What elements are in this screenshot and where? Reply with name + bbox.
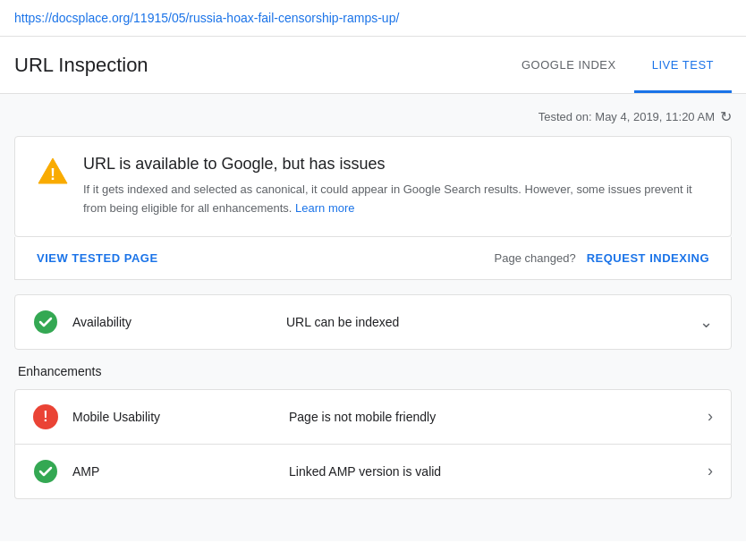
svg-point-1 [34,310,57,334]
view-tested-page-button[interactable]: VIEW TESTED PAGE [37,251,158,265]
status-title: URL is available to Google, but has issu… [83,155,709,174]
check-icon-amp [33,459,58,484]
enhancements-title: Enhancements [14,364,732,378]
content-area: Tested on: May 4, 2019, 11:20 AM ↻ ! URL… [0,94,746,541]
refresh-icon[interactable]: ↻ [720,108,732,125]
request-indexing-button[interactable]: REQUEST INDEXING [587,251,709,265]
amp-value: Linked AMP version is valid [289,464,693,479]
url-bar: https://docsplace.org/11915/05/russia-ho… [0,0,746,37]
tested-on-label: Tested on: May 4, 2019, 11:20 AM [538,110,715,123]
svg-text:!: ! [50,165,55,183]
header: URL Inspection GOOGLE INDEX LIVE TEST [0,37,746,94]
arrow-right-icon: › [708,407,713,426]
chevron-down-icon: ⌄ [699,312,713,332]
availability-label: Availability [72,315,272,329]
svg-point-2 [34,460,57,483]
tab-live-test[interactable]: LIVE TEST [634,37,732,93]
mobile-usability-label: Mobile Usability [72,410,275,424]
tested-on-bar: Tested on: May 4, 2019, 11:20 AM ↻ [14,108,732,125]
mobile-usability-value: Page is not mobile friendly [289,410,693,424]
status-description: If it gets indexed and selected as canon… [83,181,709,218]
actions-bar: VIEW TESTED PAGE Page changed? REQUEST I… [14,237,732,280]
status-header: ! URL is available to Google, but has is… [37,155,709,218]
warning-icon: ! [37,155,69,187]
error-icon: ! [33,404,58,429]
tabs: GOOGLE INDEX LIVE TEST [504,37,732,93]
status-card: ! URL is available to Google, but has is… [14,136,732,237]
check-icon [33,310,58,335]
status-content: URL is available to Google, but has issu… [83,155,709,218]
availability-row[interactable]: Availability URL can be indexed ⌄ [14,294,732,350]
mobile-usability-row[interactable]: ! Mobile Usability Page is not mobile fr… [14,389,732,445]
page-changed-label: Page changed? [495,251,576,265]
page-title: URL Inspection [14,54,148,77]
arrow-right-icon-amp: › [708,462,713,480]
url-text: https://docsplace.org/11915/05/russia-ho… [14,11,399,25]
tab-google-index[interactable]: GOOGLE INDEX [504,37,634,93]
learn-more-link[interactable]: Learn more [295,201,354,215]
amp-label: AMP [72,464,275,479]
actions-right: Page changed? REQUEST INDEXING [495,251,709,265]
availability-value: URL can be indexed [286,315,685,329]
amp-row[interactable]: AMP Linked AMP version is valid › [14,445,732,499]
